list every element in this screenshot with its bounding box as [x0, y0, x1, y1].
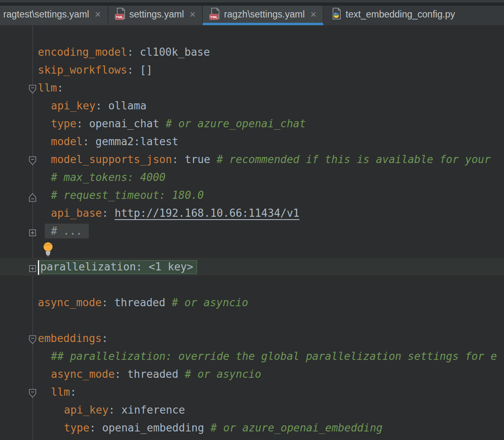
text-caret: [38, 260, 39, 275]
code-line[interactable]: model: gemma2:latest: [0, 133, 504, 150]
yaml-key: model: [51, 135, 83, 148]
yaml-key: llm: [38, 82, 57, 94]
yaml-value: cl100k_base: [140, 46, 210, 58]
close-tab-icon[interactable]: ×: [311, 9, 317, 20]
tab-settings-yaml[interactable]: YMLsettings.yaml×: [108, 6, 203, 25]
code-line[interactable]: llm:: [0, 79, 504, 97]
punctuation: :: [127, 46, 140, 58]
yaml-value: xinference: [121, 404, 185, 416]
comment: # request_timeout: 180.0: [51, 189, 204, 201]
tab-ragzh-settings-yaml[interactable]: YMLragzh\settings.yaml×: [203, 6, 324, 25]
punctuation: :: [102, 296, 114, 309]
svg-text:YML: YML: [116, 15, 124, 19]
code-line[interactable]: api_key: ollama: [0, 97, 504, 115]
punctuation: :: [90, 422, 102, 434]
yaml-key: llm: [51, 386, 70, 398]
punctuation: :: [83, 135, 95, 148]
comment: ## parallelization: override the global …: [51, 350, 497, 362]
punctuation: :: [102, 332, 108, 344]
code-line[interactable]: [0, 240, 504, 258]
tab-label: ragtest\settings.yaml: [3, 9, 89, 20]
punctuation: :: [127, 64, 140, 76]
punctuation: :: [115, 368, 127, 380]
comment: # max_tokens: 4000: [51, 171, 166, 183]
tab-text-embedding-config-py[interactable]: text_embedding_config.py: [324, 6, 504, 25]
punctuation: :: [77, 118, 89, 130]
close-tab-icon[interactable]: ×: [190, 9, 196, 20]
yaml-key: embeddings: [38, 332, 102, 344]
code-line[interactable]: # max_tokens: 4000: [0, 168, 504, 186]
fold-marker-expanded-start-icon[interactable]: [28, 387, 37, 398]
yaml-key: encoding_model: [38, 46, 127, 58]
yaml-key: skip_workflows: [38, 64, 127, 76]
code-line[interactable]: [0, 276, 504, 294]
code-line[interactable]: encoding_model: cl100k_base: [0, 43, 504, 61]
yaml-key: type: [64, 422, 90, 434]
close-tab-icon[interactable]: ×: [95, 9, 101, 20]
yaml-value: openai_embedding: [102, 422, 210, 434]
code-line[interactable]: api_base: http://192.168.10.66:11434/v1: [0, 204, 504, 222]
tab-bar-gap: [0, 2, 504, 6]
code-line[interactable]: parallelization: <1 key>: [0, 258, 504, 276]
editor-pane[interactable]: encoding_model: cl100k_baseskip_workflow…: [0, 25, 504, 440]
code-line[interactable]: api_key: xinference: [0, 401, 504, 419]
yaml-file-icon: YML: [115, 8, 125, 21]
punctuation: :: [102, 207, 114, 219]
yaml-value: ollama: [108, 100, 147, 112]
yaml-key: api_key: [51, 100, 96, 112]
punctuation: :: [109, 404, 121, 416]
fold-marker-collapsed-icon[interactable]: [28, 226, 37, 237]
collapsed-comment[interactable]: # ...: [45, 224, 89, 238]
code-line[interactable]: type: openai_chat # or azure_openai_chat: [0, 115, 504, 133]
folded-region[interactable]: parallelization: <1 key>: [38, 260, 197, 274]
editor-tab-bar: ragtest\settings.yaml×YMLsettings.yaml×Y…: [0, 0, 504, 25]
yaml-value: []: [140, 64, 152, 76]
fold-marker-expanded-start-icon[interactable]: [28, 83, 37, 94]
fold-marker-expanded-end-icon[interactable]: [28, 190, 37, 201]
tab-label: settings.yaml: [129, 9, 184, 20]
comment: # or asyncio: [172, 296, 248, 309]
code-line[interactable]: llm:: [0, 383, 504, 401]
yaml-key: async_mode: [51, 368, 115, 380]
yaml-key: async_mode: [38, 296, 102, 309]
code-line[interactable]: skip_workflows: []: [0, 61, 504, 79]
yaml-key: model_supports_json: [51, 153, 172, 166]
yaml-key: api_base: [51, 207, 102, 219]
tab-label: text_embedding_config.py: [346, 9, 455, 20]
code-line[interactable]: model_supports_json: true # recommended …: [0, 150, 504, 168]
punctuation: :: [70, 386, 77, 398]
tab-bar: ragtest\settings.yaml×YMLsettings.yaml×Y…: [0, 6, 504, 25]
intention-lightbulb-icon[interactable]: [42, 242, 54, 257]
yaml-value: threaded: [114, 296, 172, 309]
code-line[interactable]: async_mode: threaded # or asyncio: [0, 365, 504, 383]
yaml-value: threaded: [127, 368, 185, 380]
yaml-key: api_key: [64, 404, 109, 416]
punctuation: :: [57, 82, 64, 94]
code-line[interactable]: ## parallelization: override the global …: [0, 347, 504, 365]
yaml-value: true: [185, 153, 217, 166]
editor-content: encoding_model: cl100k_baseskip_workflow…: [0, 43, 504, 437]
code-line[interactable]: type: openai_embedding # or azure_openai…: [0, 419, 504, 437]
code-line[interactable]: # request_timeout: 180.0: [0, 186, 504, 204]
code-line[interactable]: [0, 311, 504, 329]
fold-marker-expanded-start-icon[interactable]: [28, 154, 37, 165]
svg-text:YML: YML: [210, 15, 218, 19]
yaml-value: gemma2:latest: [96, 135, 179, 148]
punctuation: :: [172, 153, 184, 166]
comment: # or azure_openai_embedding: [210, 422, 383, 434]
yaml-value: openai_chat: [89, 118, 166, 130]
yaml-file-icon: YML: [209, 8, 220, 21]
yaml-key: type: [51, 118, 77, 130]
fold-marker-expanded-start-icon[interactable]: [28, 333, 37, 344]
code-line[interactable]: async_mode: threaded # or asyncio: [0, 294, 504, 311]
url-link[interactable]: http://192.168.10.66:11434/v1: [115, 207, 300, 219]
fold-marker-collapsed-icon[interactable]: [28, 261, 37, 272]
code-line[interactable]: # ...: [0, 222, 504, 240]
python-file-icon: [330, 8, 342, 21]
comment: # or azure_openai_chat: [166, 118, 306, 130]
tab-ragtest-settings-yaml[interactable]: ragtest\settings.yaml×: [0, 6, 108, 25]
comment: # or asyncio: [185, 368, 261, 380]
code-line[interactable]: embeddings:: [0, 329, 504, 347]
punctuation: :: [96, 100, 108, 112]
tab-label: ragzh\settings.yaml: [224, 9, 305, 20]
